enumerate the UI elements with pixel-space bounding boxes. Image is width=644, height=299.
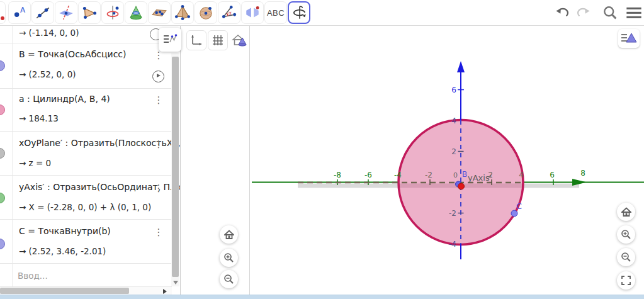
row-yAxis-visibility-marble[interactable] (0, 193, 5, 203)
horizontal-scrollbar-thumb[interactable] (0, 288, 129, 294)
reflect-tool-icon (244, 4, 261, 21)
undo-icon (554, 4, 570, 21)
graphics3d-fullscreen-button[interactable] (617, 271, 635, 290)
row-B-definition: B = Точка(ОсьАбсцисс) (19, 49, 126, 59)
text-tool-label: ABC (267, 8, 285, 18)
tool-sphere-button[interactable] (195, 1, 217, 24)
polygon-tool-icon (81, 4, 98, 21)
algebra-row-xOyPlane[interactable]: xOyPlane′ : Отразить(ПлоскостьXY, Пл → z… (0, 131, 172, 175)
row-xOyPlane-value: → z = 0 (19, 158, 51, 168)
svg-text:2: 2 (451, 147, 456, 156)
hamburger-menu-icon (625, 4, 643, 21)
row-B-value: → (2.52, 0, 0) (19, 69, 76, 79)
row-a-menu-button[interactable]: ⋮ (154, 94, 164, 107)
search-button[interactable] (600, 3, 620, 23)
tool-line-button[interactable] (31, 1, 54, 24)
row-B-menu-button[interactable]: ⋮ (154, 50, 164, 62)
svg-text:-4: -4 (394, 171, 402, 179)
row-xOyPlane-visibility-marble[interactable] (0, 148, 5, 159)
tool-text-button[interactable]: ABC (264, 1, 287, 24)
plane-tool-icon (151, 4, 167, 21)
row-yAxis-menu-button[interactable]: ⋮ (154, 183, 164, 195)
svg-text:4: 4 (519, 171, 524, 179)
svg-text:6: 6 (451, 86, 456, 94)
row-a-definition: a : Цилиндр(A, B, 4) (19, 94, 110, 104)
row-B-visibility-marble[interactable] (0, 60, 5, 71)
graphics3d-zoom-out-button[interactable] (617, 248, 635, 266)
svg-text:-6: -6 (364, 171, 372, 179)
graphics3d-zoom-in-button[interactable] (617, 225, 635, 244)
axes-icon (190, 34, 203, 47)
red-point-fragment-icon (1, 16, 4, 20)
main-toolbar: A (0, 0, 644, 26)
perpendicular-line-tool-icon (58, 4, 74, 21)
tool-point-button[interactable]: A (8, 1, 31, 24)
zoom-out-icon (223, 274, 234, 285)
tool-pyramid-button[interactable] (171, 1, 194, 24)
window-bottom-strip (0, 295, 644, 299)
graphics3d-home-button[interactable] (617, 203, 635, 221)
menu-button[interactable] (624, 3, 644, 23)
graphics3d-style-icon (621, 31, 637, 45)
tool-reflect-button[interactable] (241, 1, 264, 24)
row-a-value: → 184.13 (19, 113, 59, 123)
default-view-button[interactable] (229, 30, 249, 50)
algebra-input[interactable] (16, 268, 157, 283)
tool-cone-button[interactable] (125, 1, 147, 24)
redo-icon (575, 4, 592, 21)
svg-text:-2: -2 (425, 171, 432, 179)
geogebra-window: A (0, 0, 644, 299)
tool-rotate-view-button[interactable] (288, 1, 310, 24)
algebra-row-a[interactable]: a : Цилиндр(A, B, 4) → 184.13 ⋮ (0, 88, 172, 131)
algebra-input-row (0, 263, 172, 287)
tool-angle-button[interactable]: α (218, 1, 240, 24)
row-xOyPlane-menu-button[interactable]: ⋮ (154, 138, 164, 151)
row-C-visibility-marble[interactable] (0, 239, 5, 249)
point-C[interactable] (511, 210, 517, 217)
algebra-horizontal-scrollbar[interactable] (0, 286, 172, 295)
tool-polygon-button[interactable] (78, 1, 101, 24)
rotate-3d-view-tool-icon (291, 4, 307, 21)
redo-button[interactable] (573, 3, 594, 23)
y-axis-arrowhead (572, 179, 587, 186)
graphics3d-scene: -8 -6 -4 -2 2 4 6 8 6 4 2 -2 -4 0 B yAxi… (251, 26, 644, 295)
origin-label: 0 (453, 171, 458, 179)
algebra-row-A[interactable]: → (-1.14, 0, 0) (0, 26, 172, 43)
tool-move-partial[interactable] (0, 1, 6, 24)
zoom-in-icon (223, 252, 234, 263)
graphics2d-zoom-in-button[interactable] (220, 249, 238, 267)
undo-button[interactable] (552, 3, 572, 23)
algebra-stylebar-button[interactable] (159, 28, 181, 52)
zoom-out-icon (621, 252, 631, 262)
cone-tool-icon (128, 4, 144, 21)
svg-text:A: A (20, 6, 26, 14)
row-a-visibility-marble[interactable] (0, 104, 5, 115)
point-tool-icon: A (11, 4, 28, 21)
algebra-row-yAxis[interactable]: yAxis′ : Отразить(ОсьОрдинат, Плоско → X… (0, 175, 172, 219)
home-icon (621, 207, 631, 217)
graphics2d-zoom-out-button[interactable] (220, 270, 238, 288)
scroll-down-arrow-icon[interactable] (173, 281, 178, 285)
toggle-grid-button[interactable] (208, 30, 228, 50)
tool-circle-axis-button[interactable] (101, 1, 124, 24)
scroll-right-arrow-icon[interactable] (163, 289, 167, 294)
tool-perpendicular-line-button[interactable] (55, 1, 77, 24)
row-A-value: → (-1.14, 0, 0) (19, 28, 79, 38)
row-B-play-button[interactable] (152, 71, 164, 82)
svg-text:4: 4 (451, 116, 456, 125)
algebra-row-C[interactable]: C = ТочкаВнутри(b) → (2.52, 3.46, -2.01)… (0, 219, 172, 263)
line-tool-icon (35, 4, 51, 21)
angle-tool-icon: α (221, 4, 237, 21)
x-axis-origin-red-point[interactable] (458, 183, 465, 189)
row-C-menu-button[interactable]: ⋮ (154, 227, 164, 239)
graphics2d-panel (181, 26, 250, 295)
algebra-row-B[interactable]: B = Точка(ОсьАбсцисс) → (2.52, 0, 0) ⋮ (0, 43, 172, 88)
graphics3d-view[interactable]: -8 -6 -4 -2 2 4 6 8 6 4 2 -2 -4 0 B yAxi… (251, 26, 644, 295)
tool-plane-button[interactable] (148, 1, 171, 24)
toggle-axes-button[interactable] (186, 30, 206, 50)
yaxis-reflected-label: yAxis' (468, 173, 492, 183)
graphics3d-stylebar-button[interactable] (618, 29, 640, 48)
algebra-vertical-scrollbar[interactable] (171, 53, 179, 286)
graphics2d-home-button[interactable] (220, 225, 238, 244)
vertical-scrollbar-thumb[interactable] (172, 57, 179, 277)
